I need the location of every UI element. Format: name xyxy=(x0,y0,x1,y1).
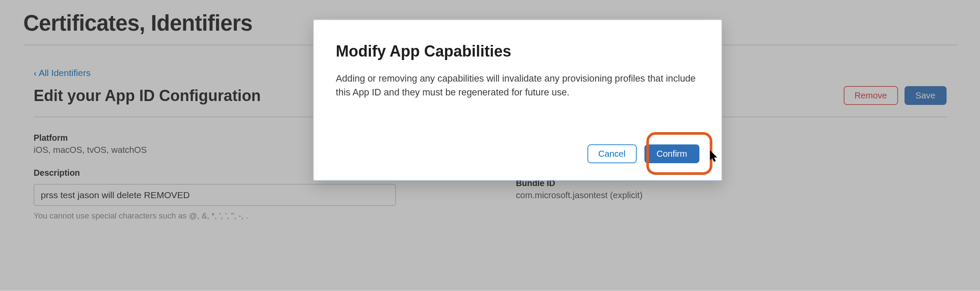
modal-actions: Cancel Confirm xyxy=(336,145,700,164)
confirm-button[interactable]: Confirm xyxy=(644,145,700,164)
save-button[interactable]: Save xyxy=(905,86,946,105)
description-input[interactable] xyxy=(34,184,396,206)
bundle-id-value: com.microsoft.jasontest (explicit) xyxy=(516,190,946,200)
modal-body: Adding or removing any capabilities will… xyxy=(336,72,700,99)
header-actions: Remove Save xyxy=(843,86,946,105)
back-all-identifiers-link[interactable]: ‹ All Identifiers xyxy=(34,67,91,78)
section-title: Edit your App ID Configuration xyxy=(34,86,261,104)
modal-title: Modify App Capabilities xyxy=(336,42,700,60)
modify-capabilities-modal: Modify App Capabilities Adding or removi… xyxy=(313,19,722,181)
description-hint: You cannot use special characters such a… xyxy=(34,211,464,220)
remove-button[interactable]: Remove xyxy=(843,86,898,105)
cancel-button[interactable]: Cancel xyxy=(587,145,637,164)
